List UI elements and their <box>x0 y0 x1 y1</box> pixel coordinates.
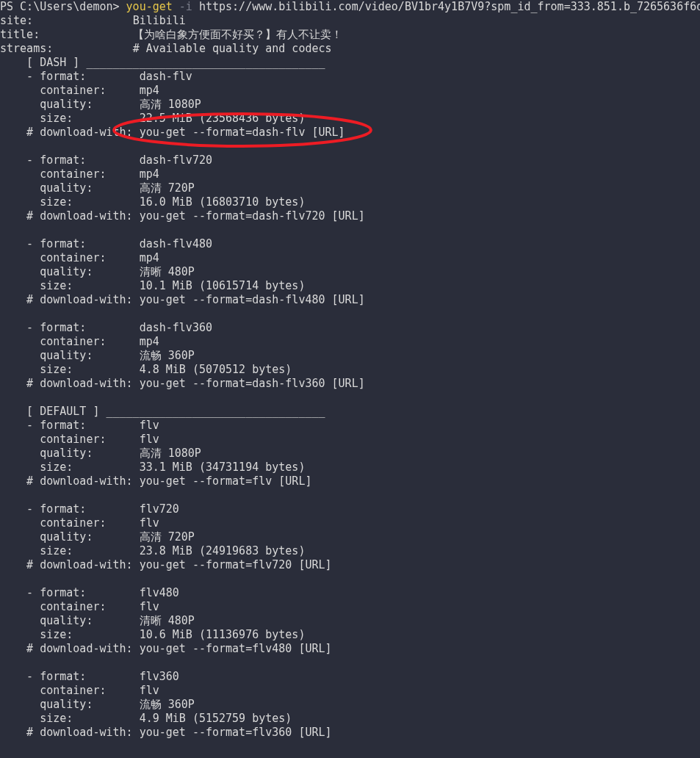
quality-row-label: quality: <box>0 698 140 711</box>
download-row-value: you-get --format=flv360 [URL] <box>140 726 332 739</box>
container-row-label: container: <box>0 251 140 264</box>
format-row-value: flv720 <box>140 502 179 516</box>
container-row-label: container: <box>0 84 140 97</box>
container-row: container: mp4 <box>0 84 700 98</box>
size-row-value: 33.1 MiB (34731194 bytes) <box>140 461 306 474</box>
container-row: container: flv <box>0 600 700 614</box>
container-row-value: mp4 <box>140 84 159 97</box>
title-label: title: <box>0 28 40 42</box>
blank-line <box>0 656 700 670</box>
quality-row-value: 流畅 360P <box>140 698 195 711</box>
format-row-value: flv360 <box>140 670 179 683</box>
download-row-label: # download-with: <box>0 293 140 306</box>
format-row-label: - format: <box>0 237 140 250</box>
quality-row: quality: 清晰 480P <box>0 614 700 628</box>
quality-row-label: quality: <box>0 349 140 362</box>
format-row: - format: dash-flv360 <box>0 321 700 335</box>
container-row-value: flv <box>140 516 159 530</box>
format-row-value: flv <box>140 419 159 432</box>
download-row-label: # download-with: <box>0 209 140 223</box>
download-row: # download-with: you-get --format=dash-f… <box>0 377 700 391</box>
quality-row-value: 高清 720P <box>140 181 195 195</box>
download-row: # download-with: you-get --format=dash-f… <box>0 293 700 307</box>
format-row-label: - format: <box>0 670 140 683</box>
format-row-label: - format: <box>0 586 140 599</box>
blank-line <box>0 488 700 502</box>
size-row-label: size: <box>0 363 140 376</box>
format-row-value: dash-flv720 <box>140 154 212 167</box>
download-row-label: # download-with: <box>0 474 140 488</box>
prompt-separator: > <box>113 0 120 13</box>
streams-note: # Available quality and codecs <box>133 42 332 55</box>
download-row: # download-with: you-get --format=flv480… <box>0 642 700 656</box>
quality-row-label: quality: <box>0 447 140 460</box>
quality-row-value: 高清 720P <box>140 530 195 544</box>
size-row: size: 10.1 MiB (10615714 bytes) <box>0 279 700 293</box>
quality-row: quality: 高清 720P <box>0 181 700 195</box>
site-label: site: <box>0 14 33 28</box>
blank-line <box>0 140 700 154</box>
size-row-value: 10.1 MiB (10615714 bytes) <box>140 279 306 292</box>
container-row-value: flv <box>140 433 159 446</box>
blank-line <box>0 223 700 237</box>
prompt-line: PS C:\Users\demon> you-get -i https://ww… <box>0 0 700 14</box>
container-row-value: flv <box>140 684 159 697</box>
streams-label: streams: <box>0 42 53 56</box>
quality-row: quality: 流畅 360P <box>0 698 700 712</box>
format-row: - format: flv720 <box>0 502 700 516</box>
terminal-output[interactable]: PS C:\Users\demon> you-get -i https://ww… <box>0 0 700 758</box>
quality-row-label: quality: <box>0 530 140 544</box>
format-row-value: dash-flv360 <box>140 321 212 334</box>
size-row-value: 16.0 MiB (16803710 bytes) <box>140 195 306 209</box>
quality-row: quality: 流畅 360P <box>0 349 700 363</box>
container-row-value: mp4 <box>140 167 159 181</box>
container-row: container: flv <box>0 516 700 530</box>
format-row-label: - format: <box>0 502 140 516</box>
container-row: container: mp4 <box>0 251 700 265</box>
download-row-value: you-get --format=flv480 [URL] <box>140 642 332 655</box>
container-row-label: container: <box>0 335 140 348</box>
quality-row-label: quality: <box>0 98 140 111</box>
download-row-value: you-get --format=flv720 [URL] <box>140 558 332 571</box>
download-row: # download-with: you-get --format=flv720… <box>0 558 700 572</box>
container-row-value: mp4 <box>140 335 159 348</box>
size-row-value: 22.5 MiB (23568436 bytes) <box>140 112 306 125</box>
quality-row-label: quality: <box>0 265 140 278</box>
download-row-label: # download-with: <box>0 558 140 571</box>
download-row-value: you-get --format=flv [URL] <box>140 474 312 488</box>
size-row-value: 10.6 MiB (11136976 bytes) <box>140 628 306 641</box>
download-row-label: # download-with: <box>0 726 140 739</box>
streams-row: streams: # Available quality and codecs <box>0 42 700 56</box>
container-row-label: container: <box>0 516 140 530</box>
format-row: - format: dash-flv480 <box>0 237 700 251</box>
download-row-label: # download-with: <box>0 377 140 390</box>
quality-row-value: 高清 1080P <box>140 98 201 111</box>
quality-row: quality: 高清 1080P <box>0 447 700 461</box>
download-row-value: you-get --format=dash-flv480 [URL] <box>140 293 365 306</box>
container-row-label: container: <box>0 433 140 446</box>
prompt-shell: PS <box>0 0 13 13</box>
size-row-value: 4.8 MiB (5070512 bytes) <box>140 363 292 376</box>
quality-row: quality: 高清 720P <box>0 530 700 544</box>
size-row: size: 22.5 MiB (23568436 bytes) <box>0 112 700 126</box>
command-name: you-get <box>126 0 173 13</box>
size-row-label: size: <box>0 544 140 557</box>
size-row-value: 4.9 MiB (5152759 bytes) <box>140 712 292 725</box>
blank-line <box>0 572 700 586</box>
size-row: size: 4.9 MiB (5152759 bytes) <box>0 712 700 726</box>
quality-row-value: 清晰 480P <box>140 614 195 627</box>
site-value: Bilibili <box>133 14 186 27</box>
size-row-label: size: <box>0 195 140 209</box>
format-row-label: - format: <box>0 70 140 83</box>
command-flag: -i <box>179 0 192 13</box>
container-row: container: flv <box>0 684 700 698</box>
blank-line <box>0 391 700 405</box>
quality-row: quality: 高清 1080P <box>0 98 700 112</box>
format-row: - format: dash-flv <box>0 70 700 84</box>
download-row-label: # download-with: <box>0 126 140 139</box>
size-row: size: 16.0 MiB (16803710 bytes) <box>0 195 700 209</box>
format-row-value: flv480 <box>140 586 179 599</box>
container-row-label: container: <box>0 600 140 613</box>
format-row: - format: dash-flv720 <box>0 154 700 167</box>
format-row: - format: flv360 <box>0 670 700 684</box>
